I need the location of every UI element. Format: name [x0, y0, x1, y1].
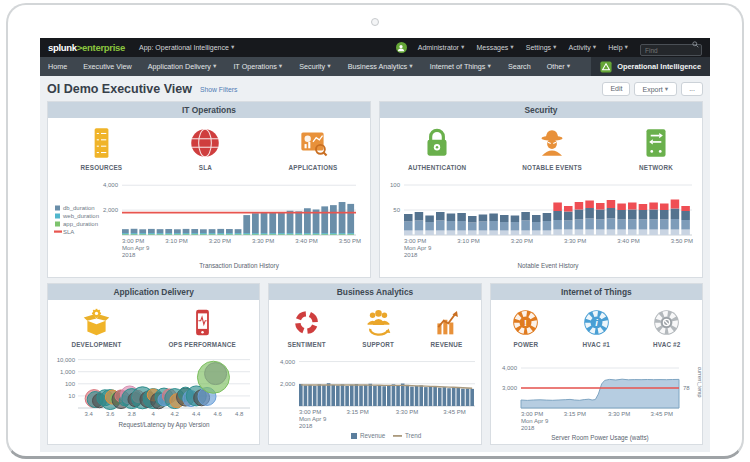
kpi-network[interactable]: NETWORK [638, 125, 674, 171]
panel-title: IT Operations [48, 102, 370, 118]
notable-events-icon [534, 125, 570, 161]
svg-text:3:20 PM: 3:20 PM [511, 238, 533, 244]
kpi-authentication[interactable]: AUTHENTICATION [408, 125, 466, 171]
kpi-ops-performance[interactable]: OPS PERFORMANCE [169, 307, 236, 348]
svg-text:Request/Latency by App Version: Request/Latency by App Version [118, 421, 210, 429]
svg-text:3.6: 3.6 [106, 411, 115, 417]
user-icon [397, 44, 405, 52]
svg-text:3:00 PM: 3:00 PM [521, 411, 543, 417]
svg-text:1,000: 1,000 [60, 369, 76, 375]
svg-text:3:30 PM: 3:30 PM [396, 409, 418, 415]
show-filters-link[interactable]: Show Filters [200, 86, 237, 93]
svg-text:3:15 PM: 3:15 PM [347, 409, 369, 415]
top-menu-help[interactable]: Help▼ [608, 44, 629, 51]
svg-text:2,000: 2,000 [280, 381, 296, 387]
kpi-label: NETWORK [639, 164, 673, 171]
kpi-label: HVAC #2 [653, 341, 681, 348]
nav-item-home[interactable]: Home [40, 57, 75, 76]
kpi-revenue[interactable]: REVENUE [431, 307, 463, 348]
svg-text:3:00 PM: 3:00 PM [404, 238, 426, 244]
chart-svg: 2,0004,0003:00 PM3:15 PM3:30 PM3:45 PMMo… [269, 350, 481, 442]
revenue-icon [431, 307, 462, 338]
dashboard: OI Demo Executive View Show Filters Edit… [40, 76, 710, 452]
splunk-logo: splunk>enterprise [48, 42, 125, 53]
kpi-power[interactable]: !POWER [510, 307, 541, 348]
kpi-development[interactable]: DEVELOPMENT [71, 307, 121, 348]
transaction-duration-history-chart[interactable]: 2,0004,0003:00 PM3:10 PM3:20 PM3:30 PM3:… [48, 173, 370, 271]
svg-text:4.2: 4.2 [171, 411, 180, 417]
nav-item-security[interactable]: Security▼ [291, 57, 339, 76]
nav-item-other[interactable]: Other▼ [539, 57, 579, 76]
panel-title: Internet of Things [491, 284, 702, 300]
kpi-sla[interactable]: SLA [187, 125, 223, 171]
nav-item-search[interactable]: Search [500, 57, 539, 76]
kpi-label: AUTHENTICATION [408, 164, 466, 171]
svg-text:3:30 PM: 3:30 PM [564, 238, 586, 244]
edit-button[interactable]: Edit [602, 82, 630, 96]
sla-icon [187, 125, 223, 161]
svg-text:3,000: 3,000 [502, 385, 518, 391]
svg-text:100: 100 [65, 381, 76, 387]
svg-text:SLA: SLA [63, 229, 74, 235]
panel-security: Security AUTHENTICATIONNOTABLE EVENTSNET… [379, 101, 703, 278]
hvac1-icon: i [581, 307, 612, 338]
more-button[interactable]: ... [681, 82, 703, 96]
svg-text:10,000: 10,000 [57, 357, 76, 363]
kpi-hvac-2[interactable]: HVAC #2 [651, 307, 682, 348]
app-menu[interactable]: App: Operational Intelligence▼ [139, 44, 235, 51]
nav-item-business-analytics[interactable]: Business Analytics▼ [340, 57, 422, 76]
svg-text:3:30 PM: 3:30 PM [252, 238, 274, 244]
nav-item-application-delivery[interactable]: Application Delivery▼ [140, 57, 226, 76]
svg-text:2018: 2018 [122, 252, 136, 258]
top-menu-administrator[interactable]: Administrator▼ [418, 44, 466, 51]
kpi-applications[interactable]: APPLICATIONS [289, 125, 338, 171]
panel-title: Business Analytics [269, 284, 480, 300]
kpi-sentiment[interactable]: SENTIMENT [288, 307, 326, 348]
svg-text:3:00 PM: 3:00 PM [299, 409, 321, 415]
search-icon [692, 41, 699, 48]
svg-text:Mon Apr 9: Mon Apr 9 [404, 245, 432, 251]
notable-event-history-chart[interactable]: 501003:00 PM3:10 PM3:20 PM3:30 PM3:40 PM… [380, 173, 702, 271]
svg-text:Mon Apr 9: Mon Apr 9 [299, 416, 327, 422]
screen: splunk>enterprise App: Operational Intel… [40, 38, 710, 452]
panel-application-delivery: Application Delivery DEVELOPMENTOPS PERF… [47, 283, 260, 445]
kpi-notable-events[interactable]: NOTABLE EVENTS [522, 125, 582, 171]
server-room-power-chart[interactable]: 3,0004,00078current_temp3:00 PM3:15 PM3:… [491, 350, 702, 442]
svg-text:2018: 2018 [404, 252, 418, 258]
top-menu-settings[interactable]: Settings▼ [526, 44, 558, 51]
camera-dot [371, 18, 379, 26]
svg-text:3.4: 3.4 [85, 411, 94, 417]
svg-text:2018: 2018 [521, 425, 535, 431]
svg-text:3:15 PM: 3:15 PM [563, 411, 585, 417]
svg-text:4.6: 4.6 [214, 411, 223, 417]
page-title: OI Demo Executive View [47, 82, 192, 96]
nav-bar: HomeExecutive ViewApplication Delivery▼I… [40, 57, 710, 76]
kpi-label: SUPPORT [362, 341, 394, 348]
nav-item-it-operations[interactable]: IT Operations▼ [225, 57, 291, 76]
svg-text:100: 100 [390, 182, 401, 188]
kpi-label: RESOURCES [81, 164, 123, 171]
svg-text:3:45 PM: 3:45 PM [650, 411, 672, 417]
nav-item-executive-view[interactable]: Executive View [75, 57, 140, 76]
svg-text:current_temp: current_temp [697, 367, 703, 398]
svg-text:78: 78 [683, 385, 690, 391]
top-app-bar: splunk>enterprise App: Operational Intel… [40, 38, 710, 57]
panel-title: Application Delivery [48, 284, 259, 300]
kpi-hvac-1[interactable]: iHVAC #1 [581, 307, 612, 348]
svg-text:2,000: 2,000 [103, 207, 119, 213]
kpi-support[interactable]: SUPPORT [362, 307, 394, 348]
top-menu-messages[interactable]: Messages▼ [476, 44, 514, 51]
top-menu-activity[interactable]: Activity▼ [569, 44, 598, 51]
sentiment-icon [291, 307, 322, 338]
support-icon [363, 307, 394, 338]
kpi-label: POWER [513, 341, 538, 348]
panel-internet-of-things: Internet of Things !POWERiHVAC #1HVAC #2… [490, 283, 703, 445]
user-avatar-icon[interactable] [396, 42, 407, 53]
nav-item-internet-of-things[interactable]: Internet of Things▼ [422, 57, 500, 76]
app-badge: Operational Intelligence [591, 57, 710, 76]
request-latency-chart[interactable]: 101001,00010,0003.43.63.844.24.44.64.8Re… [48, 350, 259, 442]
resources-icon [83, 125, 119, 161]
kpi-resources[interactable]: RESOURCES [81, 125, 123, 171]
export-button[interactable]: Export▼ [634, 82, 677, 96]
revenue-trend-chart[interactable]: 2,0004,0003:00 PM3:15 PM3:30 PM3:45 PMMo… [269, 350, 480, 442]
